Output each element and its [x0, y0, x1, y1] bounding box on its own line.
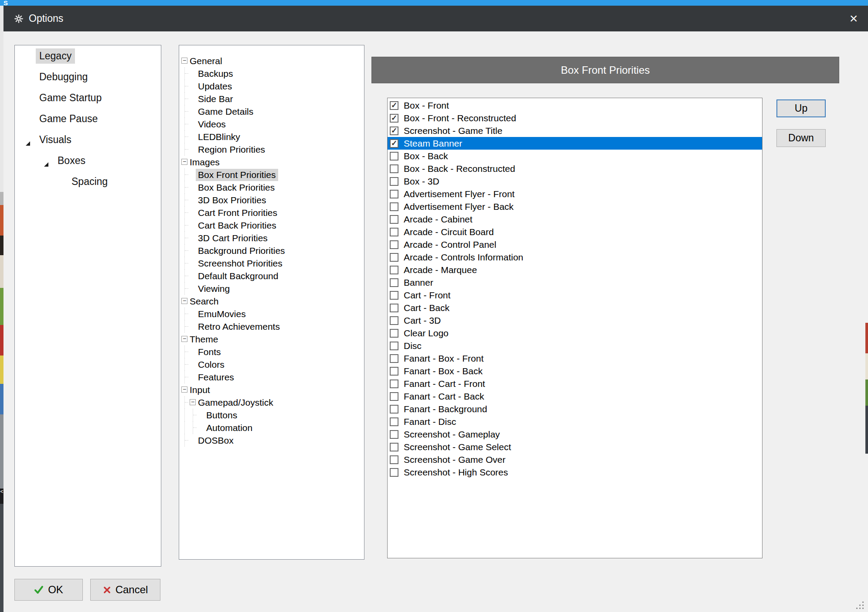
collapse-minus-icon[interactable]: −	[190, 399, 196, 405]
checkbox-checked-icon[interactable]: ✓	[390, 101, 398, 110]
collapse-minus-icon[interactable]: −	[181, 159, 187, 165]
checkbox-unchecked-icon[interactable]	[390, 152, 398, 161]
priority-item-steam-banner[interactable]: ✓Steam Banner	[388, 137, 762, 150]
tree-item-general[interactable]: −General	[179, 55, 364, 67]
sidebar-item-visuals[interactable]: Visuals	[15, 129, 161, 150]
checkbox-unchecked-icon[interactable]	[390, 215, 398, 224]
priority-item-cart-back[interactable]: Cart - Back	[388, 301, 762, 314]
priority-item-arcade-controls-information[interactable]: Arcade - Controls Information	[388, 251, 762, 263]
checkbox-checked-icon[interactable]: ✓	[390, 127, 398, 135]
down-button[interactable]: Down	[776, 129, 826, 147]
checkbox-unchecked-icon[interactable]	[390, 228, 398, 236]
close-button[interactable]: ×	[839, 6, 868, 31]
tree-item-cart-back-priorities[interactable]: Cart Back Priorities	[179, 219, 364, 232]
checkbox-unchecked-icon[interactable]	[390, 291, 398, 300]
checkbox-unchecked-icon[interactable]	[390, 405, 398, 414]
priority-item-banner[interactable]: Banner	[388, 276, 762, 289]
tree-item-theme[interactable]: −Theme	[179, 333, 364, 345]
checkbox-unchecked-icon[interactable]	[390, 380, 398, 388]
priority-item-screenshot-game-over[interactable]: Screenshot - Game Over	[388, 453, 762, 466]
priority-item-fanart-background[interactable]: Fanart - Background	[388, 403, 762, 415]
sidebar-item-boxes[interactable]: Boxes	[15, 150, 161, 171]
tree-item-background-priorities[interactable]: Background Priorities	[179, 244, 364, 257]
checkbox-unchecked-icon[interactable]	[390, 190, 398, 198]
priority-item-arcade-cabinet[interactable]: Arcade - Cabinet	[388, 213, 762, 226]
checkbox-unchecked-icon[interactable]	[390, 367, 398, 376]
cancel-button[interactable]: Cancel	[90, 579, 160, 601]
tree-item-features[interactable]: Features	[179, 371, 364, 383]
checkbox-unchecked-icon[interactable]	[390, 455, 398, 464]
checkbox-checked-icon[interactable]: ✓	[390, 139, 398, 148]
checkbox-unchecked-icon[interactable]	[390, 329, 398, 338]
sidebar-item-game-startup[interactable]: Game Startup	[15, 87, 161, 108]
priority-item-screenshot-game-title[interactable]: ✓Screenshot - Game Title	[388, 124, 762, 137]
tree-item-screenshot-priorities[interactable]: Screenshot Priorities	[179, 257, 364, 270]
priority-item-arcade-control-panel[interactable]: Arcade - Control Panel	[388, 238, 762, 251]
up-button[interactable]: Up	[776, 99, 826, 117]
tree-item-viewing[interactable]: Viewing	[179, 282, 364, 295]
expanded-arrow-icon[interactable]	[43, 158, 49, 170]
priority-item-box-3d[interactable]: Box - 3D	[388, 175, 762, 188]
tree-item-retro-achievements[interactable]: Retro Achievements	[179, 320, 364, 333]
checkbox-unchecked-icon[interactable]	[390, 278, 398, 287]
priority-item-arcade-circuit-board[interactable]: Arcade - Circuit Board	[388, 226, 762, 238]
checkbox-unchecked-icon[interactable]	[390, 202, 398, 211]
checkbox-unchecked-icon[interactable]	[390, 164, 398, 173]
priority-item-clear-logo[interactable]: Clear Logo	[388, 327, 762, 339]
priority-item-box-back[interactable]: Box - Back	[388, 150, 762, 162]
tree-item-emumovies[interactable]: EmuMovies	[179, 308, 364, 320]
tree-item-fonts[interactable]: Fonts	[179, 345, 364, 358]
checkbox-unchecked-icon[interactable]	[390, 354, 398, 363]
priority-item-screenshot-gameplay[interactable]: Screenshot - Gameplay	[388, 428, 762, 441]
priority-item-screenshot-game-select[interactable]: Screenshot - Game Select	[388, 441, 762, 453]
checkbox-checked-icon[interactable]: ✓	[390, 114, 398, 123]
priority-item-box-front-reconstructed[interactable]: ✓Box - Front - Reconstructed	[388, 112, 762, 124]
tree-item-cart-front-priorities[interactable]: Cart Front Priorities	[179, 206, 364, 219]
priority-item-arcade-marquee[interactable]: Arcade - Marquee	[388, 263, 762, 276]
tree-item-input[interactable]: −Input	[179, 383, 364, 396]
checkbox-unchecked-icon[interactable]	[390, 266, 398, 274]
checkbox-unchecked-icon[interactable]	[390, 177, 398, 186]
tree-item-gamepad-joystick[interactable]: −Gamepad/Joystick	[179, 396, 364, 409]
tree-item-region-priorities[interactable]: Region Priorities	[179, 143, 364, 156]
priority-item-screenshot-high-scores[interactable]: Screenshot - High Scores	[388, 466, 762, 479]
collapse-minus-icon[interactable]: −	[181, 386, 187, 393]
priority-item-fanart-box-back[interactable]: Fanart - Box - Back	[388, 365, 762, 377]
tree-item-3d-cart-priorities[interactable]: 3D Cart Priorities	[179, 232, 364, 244]
sidebar-item-debugging[interactable]: Debugging	[15, 66, 161, 87]
priority-item-advertisement-flyer-back[interactable]: Advertisement Flyer - Back	[388, 200, 762, 213]
checkbox-unchecked-icon[interactable]	[390, 417, 398, 426]
tree-item-updates[interactable]: Updates	[179, 80, 364, 92]
tree-item-images[interactable]: −Images	[179, 156, 364, 168]
tree-item-3d-box-priorities[interactable]: 3D Box Priorities	[179, 194, 364, 206]
collapse-minus-icon[interactable]: −	[181, 336, 187, 342]
tree-item-backups[interactable]: Backups	[179, 67, 364, 80]
ok-button[interactable]: OK	[14, 579, 83, 601]
checkbox-unchecked-icon[interactable]	[390, 342, 398, 350]
sidebar-item-game-pause[interactable]: Game Pause	[15, 108, 161, 129]
collapse-minus-icon[interactable]: −	[181, 58, 187, 64]
sidebar-item-legacy[interactable]: Legacy	[15, 45, 161, 66]
collapse-minus-icon[interactable]: −	[181, 298, 187, 304]
priority-item-cart-3d[interactable]: Cart - 3D	[388, 314, 762, 327]
tree-item-search[interactable]: −Search	[179, 295, 364, 308]
priority-item-cart-front[interactable]: Cart - Front	[388, 289, 762, 301]
tree-item-buttons[interactable]: Buttons	[179, 409, 364, 421]
priority-item-box-front[interactable]: ✓Box - Front	[388, 99, 762, 112]
checkbox-unchecked-icon[interactable]	[390, 316, 398, 325]
tree-item-game-details[interactable]: Game Details	[179, 105, 364, 118]
titlebar[interactable]: Options ×	[3, 6, 868, 31]
tree-item-box-front-priorities[interactable]: Box Front Priorities	[179, 168, 364, 181]
checkbox-unchecked-icon[interactable]	[390, 240, 398, 249]
priority-item-advertisement-flyer-front[interactable]: Advertisement Flyer - Front	[388, 188, 762, 200]
priority-item-disc[interactable]: Disc	[388, 339, 762, 352]
checkbox-unchecked-icon[interactable]	[390, 443, 398, 451]
checkbox-unchecked-icon[interactable]	[390, 304, 398, 312]
tree-item-side-bar[interactable]: Side Bar	[179, 92, 364, 105]
expanded-arrow-icon[interactable]	[25, 137, 31, 149]
priority-item-box-back-reconstructed[interactable]: Box - Back - Reconstructed	[388, 162, 762, 175]
checkbox-unchecked-icon[interactable]	[390, 392, 398, 401]
priority-item-fanart-cart-back[interactable]: Fanart - Cart - Back	[388, 390, 762, 403]
tree-item-box-back-priorities[interactable]: Box Back Priorities	[179, 181, 364, 194]
tree-item-dosbox[interactable]: DOSBox	[179, 434, 364, 447]
